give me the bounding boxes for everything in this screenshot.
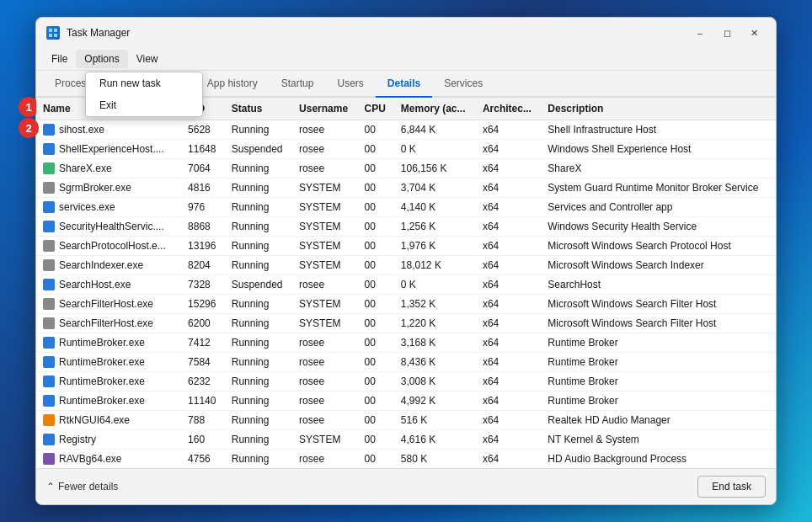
menu-file[interactable]: File — [43, 50, 76, 68]
cell-pid: 7328 — [181, 275, 225, 295]
cell-desc: Microsoft Windows Search Filter Host — [541, 295, 776, 314]
end-task-button[interactable]: End task — [697, 476, 766, 498]
process-tbody: sihost.exe 5628 Running rosee 00 6,844 K… — [36, 120, 776, 469]
fewer-details-button[interactable]: ⌃ Fewer details — [46, 481, 118, 493]
process-table: Name PID Status Username CPU Memory (ac.… — [36, 98, 776, 468]
cell-name: SearchIndexer.exe — [36, 256, 181, 275]
cell-name: RuntimeBroker.exe — [36, 353, 181, 372]
table-row[interactable]: SearchIndexer.exe 8204 Running SYSTEM 00… — [36, 256, 776, 275]
cell-username: rosee — [292, 140, 357, 159]
cell-name: ShareX.exe — [36, 159, 181, 178]
table-row[interactable]: RuntimeBroker.exe 11140 Running rosee 00… — [36, 392, 776, 411]
cell-memory: 4,616 K — [394, 430, 476, 450]
cell-status: Running — [225, 392, 292, 411]
table-row[interactable]: RtkNGUI64.exe 788 Running rosee 00 516 K… — [36, 411, 776, 430]
cell-pid: 6200 — [181, 314, 225, 333]
table-row[interactable]: RuntimeBroker.exe 7584 Running rosee 00 … — [36, 353, 776, 372]
cell-memory: 3,168 K — [394, 333, 476, 353]
cell-desc: Shell Infrastructure Host — [541, 120, 776, 140]
cell-pid: 15296 — [181, 295, 225, 314]
cell-username: SYSTEM — [292, 178, 357, 198]
tab-startup[interactable]: Startup — [270, 71, 326, 98]
maximize-button[interactable]: ◻ — [715, 24, 739, 41]
table-row[interactable]: RAVBg64.exe 4756 Running rosee 00 580 K … — [36, 450, 776, 469]
options-dropdown: Run new task Exit — [85, 72, 203, 117]
cell-memory: 8,436 K — [394, 353, 476, 372]
cell-arch: x64 — [476, 120, 541, 140]
col-status[interactable]: Status — [225, 98, 292, 120]
cell-status: Running — [225, 314, 292, 333]
menu-bar: File Options View Run new task Exit — [36, 48, 776, 71]
cell-arch: x64 — [476, 411, 541, 430]
cell-desc: Runtime Broker — [541, 392, 776, 411]
cell-name: ShellExperienceHost.... — [36, 140, 181, 159]
cell-desc: ShareX — [541, 159, 776, 178]
cell-pid: 8868 — [181, 217, 225, 237]
cell-username: SYSTEM — [292, 295, 357, 314]
cell-cpu: 00 — [358, 450, 394, 469]
cell-username: rosee — [292, 159, 357, 178]
table-row[interactable]: services.exe 976 Running SYSTEM 00 4,140… — [36, 198, 776, 217]
col-username[interactable]: Username — [292, 98, 357, 120]
cell-desc: Windows Security Health Service — [541, 217, 776, 237]
table-row[interactable]: SearchFilterHost.exe 15296 Running SYSTE… — [36, 295, 776, 314]
cell-arch: x64 — [476, 140, 541, 159]
cell-name: RtkNGUI64.exe — [36, 411, 181, 430]
cell-arch: x64 — [476, 392, 541, 411]
table-row[interactable]: SearchFilterHost.exe 6200 Running SYSTEM… — [36, 314, 776, 333]
cell-username: rosee — [292, 275, 357, 295]
cell-cpu: 00 — [358, 237, 394, 256]
cell-username: rosee — [292, 411, 357, 430]
table-row[interactable]: ShareX.exe 7064 Running rosee 00 106,156… — [36, 159, 776, 178]
menu-run-new-task[interactable]: Run new task — [86, 72, 202, 94]
cell-cpu: 00 — [358, 256, 394, 275]
cell-cpu: 00 — [358, 392, 394, 411]
cell-pid: 160 — [181, 430, 225, 450]
cell-cpu: 00 — [358, 314, 394, 333]
window-controls: – ◻ ✕ — [688, 24, 766, 41]
cell-arch: x64 — [476, 198, 541, 217]
table-row[interactable]: RuntimeBroker.exe 7412 Running rosee 00 … — [36, 333, 776, 353]
table-row[interactable]: Registry 160 Running SYSTEM 00 4,616 K x… — [36, 430, 776, 450]
table-row[interactable]: SearchProtocolHost.e... 13196 Running SY… — [36, 237, 776, 256]
cell-arch: x64 — [476, 217, 541, 237]
process-table-container[interactable]: Name PID Status Username CPU Memory (ac.… — [36, 98, 776, 468]
cell-cpu: 00 — [358, 120, 394, 140]
taskmanager-window: Task Manager – ◻ ✕ File Options View Run… — [35, 17, 777, 505]
col-arch[interactable]: Architec... — [476, 98, 541, 120]
cell-cpu: 00 — [358, 372, 394, 392]
svg-rect-0 — [49, 29, 52, 32]
table-row[interactable]: sihost.exe 5628 Running rosee 00 6,844 K… — [36, 120, 776, 140]
cell-username: rosee — [292, 372, 357, 392]
close-button[interactable]: ✕ — [742, 24, 766, 41]
menu-options[interactable]: Options — [76, 50, 127, 68]
cell-status: Running — [225, 372, 292, 392]
cell-pid: 976 — [181, 198, 225, 217]
cell-name: Registry — [36, 430, 181, 450]
table-row[interactable]: RuntimeBroker.exe 6232 Running rosee 00 … — [36, 372, 776, 392]
cell-memory: 0 K — [394, 140, 476, 159]
menu-exit[interactable]: Exit — [86, 94, 202, 116]
cell-status: Running — [225, 256, 292, 275]
tab-users[interactable]: Users — [325, 71, 375, 98]
table-row[interactable]: SecurityHealthServic.... 8868 Running SY… — [36, 217, 776, 237]
table-row[interactable]: ShellExperienceHost.... 11648 Suspended … — [36, 140, 776, 159]
chevron-up-icon: ⌃ — [46, 481, 55, 493]
cell-desc: NT Kernel & System — [541, 430, 776, 450]
cell-memory: 18,012 K — [394, 256, 476, 275]
cell-pid: 8204 — [181, 256, 225, 275]
col-cpu[interactable]: CPU — [358, 98, 394, 120]
cell-name: SearchFilterHost.exe — [36, 295, 181, 314]
table-row[interactable]: SgrmBroker.exe 4816 Running SYSTEM 00 3,… — [36, 178, 776, 198]
menu-view[interactable]: View — [128, 50, 167, 68]
table-row[interactable]: SearchHost.exe 7328 Suspended rosee 00 0… — [36, 275, 776, 295]
tab-app-history[interactable]: App history — [195, 71, 270, 98]
col-memory[interactable]: Memory (ac... — [394, 98, 476, 120]
tab-services[interactable]: Services — [432, 71, 494, 98]
cell-memory: 1,976 K — [394, 237, 476, 256]
cell-memory: 3,704 K — [394, 178, 476, 198]
cell-memory: 6,844 K — [394, 120, 476, 140]
minimize-button[interactable]: – — [688, 24, 712, 41]
col-desc[interactable]: Description — [541, 98, 776, 120]
tab-details[interactable]: Details — [376, 71, 432, 98]
